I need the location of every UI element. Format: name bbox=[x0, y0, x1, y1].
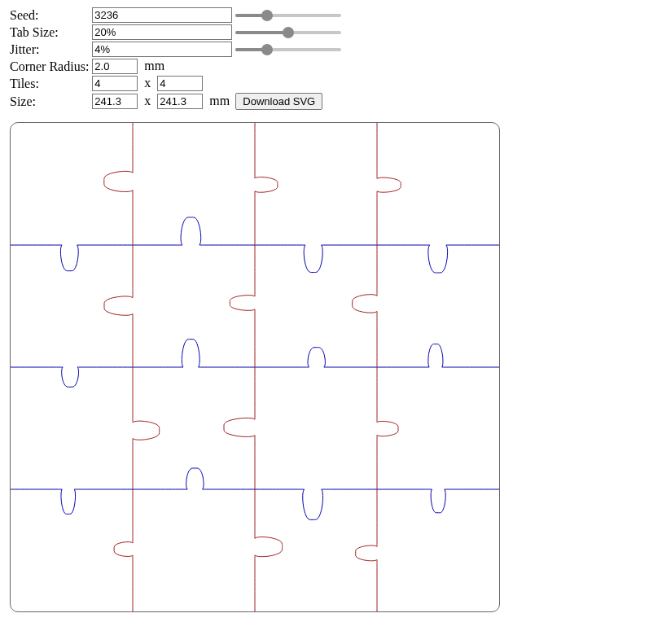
puzzle-svg bbox=[10, 122, 500, 612]
size-unit: mm bbox=[206, 94, 230, 107]
controls-table: Seed: Tab Size: Jitter: bbox=[10, 7, 344, 111]
tiles-label: Tiles: bbox=[10, 77, 39, 90]
radius-label: Corner Radius: bbox=[10, 59, 89, 73]
seed-slider[interactable] bbox=[235, 8, 341, 23]
tabsize-label: Tab Size: bbox=[10, 25, 59, 39]
radius-input[interactable] bbox=[92, 59, 138, 74]
tiles-x-input[interactable] bbox=[92, 76, 138, 91]
tabsize-slider[interactable] bbox=[235, 25, 341, 40]
size-label: Size: bbox=[10, 94, 36, 108]
tabsize-input[interactable] bbox=[92, 24, 232, 40]
jitter-slider[interactable] bbox=[235, 42, 341, 57]
seed-input[interactable] bbox=[92, 7, 232, 23]
tiles-y-input[interactable] bbox=[157, 76, 203, 91]
radius-unit: mm bbox=[141, 59, 164, 72]
size-h-input[interactable] bbox=[157, 94, 203, 109]
puzzle-preview bbox=[10, 122, 652, 612]
download-svg-button[interactable]: Download SVG bbox=[235, 93, 322, 110]
tiles-sep: x bbox=[141, 76, 154, 90]
seed-label: Seed: bbox=[10, 8, 39, 22]
jitter-input[interactable] bbox=[92, 42, 232, 57]
size-sep: x bbox=[141, 94, 154, 107]
jitter-label: Jitter: bbox=[10, 42, 39, 56]
size-w-input[interactable] bbox=[92, 94, 138, 109]
